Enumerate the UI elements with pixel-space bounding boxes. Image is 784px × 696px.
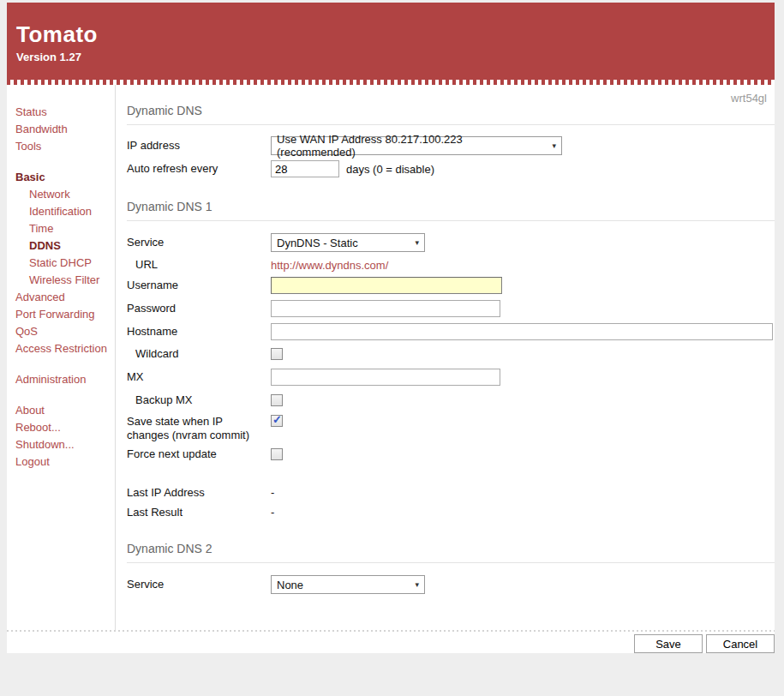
check-icon: ✓: [272, 413, 282, 426]
sidebar-item-static-dhcp[interactable]: Static DHCP: [7, 255, 115, 272]
wildcard-label: Wildcard: [127, 347, 271, 361]
sidebar-item-about[interactable]: About: [7, 402, 115, 419]
save-state-checkbox[interactable]: ✓: [271, 415, 283, 427]
sidebar-item-wireless-filter[interactable]: Wireless Filter: [7, 272, 115, 289]
ip-address-selected-value: Use WAN IP Address 80.217.100.223 (recom…: [277, 133, 543, 159]
section-title-dynamic-dns-1: Dynamic DNS 1: [127, 200, 775, 221]
app-version: Version 1.27: [16, 51, 775, 63]
ip-address-row: IP address Use WAN IP Address 80.217.100…: [127, 136, 775, 155]
url-label: URL: [127, 258, 271, 272]
service2-selected-value: None: [277, 579, 303, 591]
section-title-dynamic-dns: Dynamic DNS: [127, 104, 775, 125]
service1-select[interactable]: DynDNS - Static ▾: [271, 233, 425, 252]
backup-mx-checkbox[interactable]: ✓: [271, 394, 283, 406]
service2-label: Service: [127, 578, 271, 591]
backup-mx-label: Backup MX: [127, 393, 271, 407]
sidebar-item-bandwidth[interactable]: Bandwidth: [7, 121, 115, 138]
force-update-row: Force next update ✓: [127, 447, 775, 461]
sidebar-item-status[interactable]: Status: [7, 104, 115, 121]
username-label: Username: [127, 279, 271, 292]
sidebar-item-identification[interactable]: Identification: [7, 203, 115, 220]
auto-refresh-input[interactable]: [271, 160, 339, 177]
wildcard-checkbox[interactable]: ✓: [271, 348, 283, 360]
force-update-label: Force next update: [127, 447, 271, 461]
ip-address-label: IP address: [127, 139, 271, 153]
app-title: Tomato: [16, 21, 775, 48]
last-ip-value: -: [271, 486, 274, 500]
last-ip-row: Last IP Address -: [127, 486, 775, 500]
password-label: Password: [127, 302, 271, 315]
ip-address-select[interactable]: Use WAN IP Address 80.217.100.223 (recom…: [271, 136, 562, 155]
sidebar-item-time[interactable]: Time: [7, 220, 115, 237]
wildcard-row: Wildcard ✓: [127, 347, 775, 361]
password-row: Password: [127, 300, 775, 317]
dyndns-url-link[interactable]: http://www.dyndns.com/: [271, 259, 388, 272]
mx-label: MX: [127, 370, 271, 384]
section-title-dynamic-dns-2: Dynamic DNS 2: [127, 542, 775, 563]
dropdown-arrow-icon: ▾: [415, 238, 419, 247]
username-input[interactable]: [271, 277, 502, 294]
auto-refresh-suffix: days (0 = disable): [346, 163, 434, 176]
app-header: Tomato Version 1.27: [7, 3, 775, 80]
sidebar-item-tools[interactable]: Tools: [7, 138, 115, 155]
sidebar-item-advanced[interactable]: Advanced: [7, 289, 115, 306]
save-state-label: Save state when IP changes (nvram commit…: [127, 415, 271, 442]
mx-row: MX: [127, 369, 775, 386]
sidebar-item-network[interactable]: Network: [7, 186, 115, 203]
sidebar-item-port-forwarding[interactable]: Port Forwarding: [7, 306, 115, 323]
hostname-label: Hostname: [127, 325, 271, 339]
sidebar-item-ddns[interactable]: DDNS: [7, 237, 115, 255]
url-row: URL http://www.dyndns.com/: [127, 258, 775, 272]
sidebar-item-shutdown[interactable]: Shutdown...: [7, 436, 115, 453]
auto-refresh-row: Auto refresh every days (0 = disable): [127, 160, 775, 177]
service2-select[interactable]: None ▾: [271, 575, 425, 594]
save-button[interactable]: Save: [634, 634, 703, 653]
service2-row: Service None ▾: [127, 575, 775, 594]
auto-refresh-label: Auto refresh every: [127, 162, 271, 176]
sidebar-nav: Status Bandwidth Tools Basic Network Ide…: [7, 85, 116, 630]
cancel-button[interactable]: Cancel: [706, 634, 775, 653]
footer-actions: Save Cancel: [7, 632, 775, 653]
sidebar-item-qos[interactable]: QoS: [7, 323, 115, 340]
service1-selected-value: DynDNS - Static: [277, 237, 358, 249]
password-input[interactable]: [271, 300, 500, 317]
sidebar-item-reboot[interactable]: Reboot...: [7, 419, 115, 436]
service1-row: Service DynDNS - Static ▾: [127, 233, 775, 252]
sidebar-item-administration[interactable]: Administration: [7, 371, 115, 388]
save-state-row: Save state when IP changes (nvram commit…: [127, 415, 775, 442]
force-update-checkbox[interactable]: ✓: [271, 448, 283, 460]
mx-input[interactable]: [271, 369, 500, 386]
service1-label: Service: [127, 236, 271, 249]
last-ip-label: Last IP Address: [127, 486, 271, 500]
app-window: Tomato Version 1.27 wrt54gl Status Bandw…: [7, 3, 775, 653]
sidebar-item-basic[interactable]: Basic: [7, 169, 115, 186]
dropdown-arrow-icon: ▾: [552, 141, 556, 150]
main-content: Dynamic DNS IP address Use WAN IP Addres…: [116, 85, 775, 630]
sidebar-item-logout[interactable]: Logout: [7, 453, 115, 471]
backup-mx-row: Backup MX ✓: [127, 393, 775, 407]
sidebar-item-access-restriction[interactable]: Access Restriction: [7, 340, 115, 357]
last-result-value: -: [271, 506, 274, 519]
dropdown-arrow-icon: ▾: [415, 580, 419, 589]
hostname-row: Hostname: [127, 323, 775, 340]
last-result-label: Last Result: [127, 506, 271, 519]
hostname-input[interactable]: [271, 323, 773, 340]
username-row: Username: [127, 277, 775, 294]
last-result-row: Last Result -: [127, 506, 775, 519]
